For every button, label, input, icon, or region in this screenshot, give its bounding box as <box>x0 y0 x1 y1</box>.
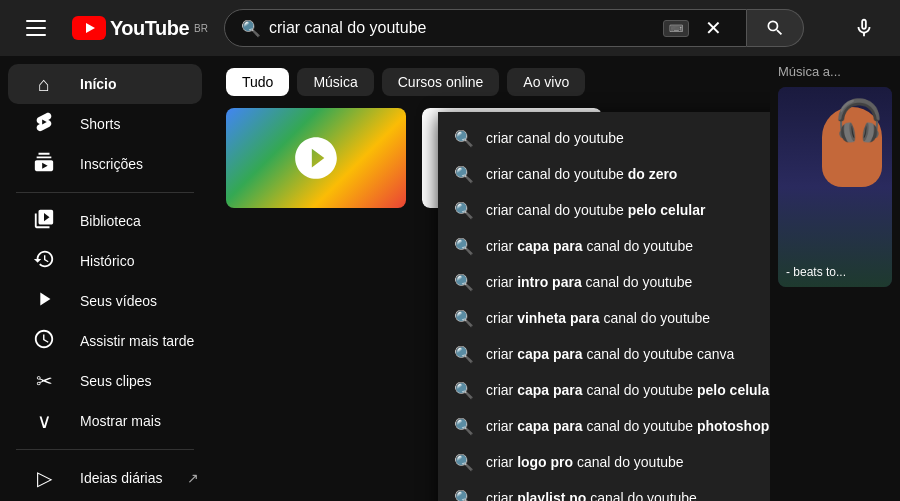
microphone-icon <box>853 17 875 39</box>
sidebar-item-shorts[interactable]: Shorts <box>8 104 202 144</box>
chips-row: Tudo Música Cursos online Ao vivo <box>210 56 770 108</box>
suggestion-search-icon-4: 🔍 <box>454 237 474 256</box>
youtube-text: YouTube <box>110 17 189 40</box>
suggestion-text-8: criar capa para canal do youtube pelo ce… <box>486 382 770 398</box>
suggestion-9[interactable]: 🔍 criar capa para canal do youtube photo… <box>438 408 770 444</box>
chip-musica[interactable]: Música <box>297 68 373 96</box>
sidebar-label-historico: Histórico <box>80 253 134 269</box>
right-card-label: - beats to... <box>786 265 884 279</box>
hamburger-menu-button[interactable] <box>16 8 56 48</box>
search-input[interactable] <box>269 19 655 37</box>
sidebar-label-shorts: Shorts <box>80 116 120 132</box>
sidebar-label-biblioteca: Biblioteca <box>80 213 141 229</box>
chip-cursos[interactable]: Cursos online <box>382 68 500 96</box>
body: ⌂ Início Shorts Inscrições Biblioteca <box>0 56 900 501</box>
search-dropdown: 🔍 criar canal do youtube 🔍 criar canal d… <box>438 112 770 501</box>
suggestion-search-icon-10: 🔍 <box>454 453 474 472</box>
clips-icon: ✂ <box>32 369 56 393</box>
suggestion-10[interactable]: 🔍 criar logo pro canal do youtube <box>438 444 770 480</box>
sidebar-divider-1 <box>16 192 194 193</box>
right-panel-label: Música a... <box>778 64 892 79</box>
ideias-icon: ▷ <box>32 466 56 490</box>
suggestion-text-3: criar canal do youtube pelo celular <box>486 202 705 218</box>
sidebar-divider-2 <box>16 449 194 450</box>
suggestion-7[interactable]: 🔍 criar capa para canal do youtube canva <box>438 336 770 372</box>
sidebar-label-ideias: Ideias diárias <box>80 470 163 486</box>
youtube-region: BR <box>194 23 208 34</box>
youtube-play-icon <box>72 16 106 40</box>
sidebar-label-seus-videos: Seus vídeos <box>80 293 157 309</box>
home-icon: ⌂ <box>32 73 56 96</box>
youtube-logo <box>72 16 106 40</box>
header: YouTube BR 🔍 ⌨ ✕ <box>0 0 900 56</box>
external-link-icon: ↗ <box>187 470 199 486</box>
suggestion-search-icon-5: 🔍 <box>454 273 474 292</box>
suggestion-search-icon-7: 🔍 <box>454 345 474 364</box>
sidebar-label-clipes: Seus clipes <box>80 373 152 389</box>
sidebar: ⌂ Início Shorts Inscrições Biblioteca <box>0 56 210 501</box>
search-submit-icon <box>765 18 785 38</box>
suggestion-text-6: criar vinheta para canal do youtube <box>486 310 710 326</box>
sidebar-label-inscricoes: Inscrições <box>80 156 143 172</box>
header-right <box>844 8 884 48</box>
my-videos-icon <box>32 288 56 315</box>
suggestion-6[interactable]: 🔍 criar vinheta para canal do youtube <box>438 300 770 336</box>
logo-container[interactable]: YouTube BR <box>72 16 208 40</box>
search-container: 🔍 ⌨ ✕ <box>224 9 804 47</box>
suggestion-2[interactable]: 🔍 criar canal do youtube do zero <box>438 156 770 192</box>
sidebar-item-historico[interactable]: Histórico <box>8 241 202 281</box>
suggestion-search-icon-6: 🔍 <box>454 309 474 328</box>
sidebar-item-clipes[interactable]: ✂ Seus clipes <box>8 361 202 401</box>
subscriptions-icon <box>32 151 56 178</box>
sidebar-item-mostrar-mais[interactable]: ∨ Mostrar mais <box>8 401 202 441</box>
search-clear-button[interactable]: ✕ <box>697 16 730 40</box>
suggestion-8[interactable]: 🔍 criar capa para canal do youtube pelo … <box>438 372 770 408</box>
sidebar-label-mostrar-mais: Mostrar mais <box>80 413 161 429</box>
header-left: YouTube BR <box>16 8 216 48</box>
sidebar-item-inicio[interactable]: ⌂ Início <box>8 64 202 104</box>
suggestion-search-icon-3: 🔍 <box>454 201 474 220</box>
search-bar: 🔍 ⌨ ✕ <box>224 9 747 47</box>
shorts-icon <box>32 111 56 138</box>
suggestion-text-11: criar playlist no canal do youtube <box>486 490 697 501</box>
suggestion-3[interactable]: 🔍 criar canal do youtube pelo celular <box>438 192 770 228</box>
history-icon <box>32 248 56 275</box>
suggestion-text-5: criar intro para canal do youtube <box>486 274 692 290</box>
sidebar-item-biblioteca[interactable]: Biblioteca <box>8 201 202 241</box>
right-panel: Música a... - beats to... <box>770 56 900 501</box>
suggestion-text-7: criar capa para canal do youtube canva <box>486 346 734 362</box>
chevron-down-icon: ∨ <box>32 409 56 433</box>
suggestion-text-1: criar canal do youtube <box>486 130 624 146</box>
suggestion-5[interactable]: 🔍 criar intro para canal do youtube <box>438 264 770 300</box>
suggestion-search-icon-2: 🔍 <box>454 165 474 184</box>
suggestion-text-10: criar logo pro canal do youtube <box>486 454 684 470</box>
suggestion-search-icon-8: 🔍 <box>454 381 474 400</box>
suggestion-text-2: criar canal do youtube do zero <box>486 166 677 182</box>
suggestion-search-icon-1: 🔍 <box>454 129 474 148</box>
microphone-button[interactable] <box>844 8 884 48</box>
suggestion-1[interactable]: 🔍 criar canal do youtube <box>438 120 770 156</box>
suggestion-4[interactable]: 🔍 criar capa para canal do youtube <box>438 228 770 264</box>
suggestion-text-9: criar capa para canal do youtube photosh… <box>486 418 769 434</box>
suggestion-search-icon-9: 🔍 <box>454 417 474 436</box>
hamburger-icon <box>22 16 50 40</box>
main-content: Tudo Música Cursos online Ao vivo <box>210 56 770 501</box>
sidebar-item-ideias[interactable]: ▷ Ideias diárias ↗ <box>8 458 202 498</box>
sidebar-item-seus-videos[interactable]: Seus vídeos <box>8 281 202 321</box>
video-card-google[interactable] <box>226 108 406 208</box>
right-panel-card[interactable]: - beats to... <box>778 87 892 287</box>
search-submit-button[interactable] <box>747 9 804 47</box>
anime-girl-illustration <box>778 87 892 287</box>
sidebar-label-inicio: Início <box>80 76 117 92</box>
suggestion-search-icon-11: 🔍 <box>454 489 474 502</box>
library-icon <box>32 208 56 235</box>
search-prefix-icon: 🔍 <box>241 19 261 38</box>
suggestion-text-4: criar capa para canal do youtube <box>486 238 693 254</box>
chip-ao-vivo[interactable]: Ao vivo <box>507 68 585 96</box>
search-keyboard-shortcut: ⌨ <box>663 20 689 37</box>
right-panel-content: Música a... - beats to... <box>770 56 900 295</box>
sidebar-item-inscricoes[interactable]: Inscrições <box>8 144 202 184</box>
sidebar-item-assistir[interactable]: Assistir mais tarde <box>8 321 202 361</box>
suggestion-11[interactable]: 🔍 criar playlist no canal do youtube <box>438 480 770 501</box>
chip-tudo[interactable]: Tudo <box>226 68 289 96</box>
